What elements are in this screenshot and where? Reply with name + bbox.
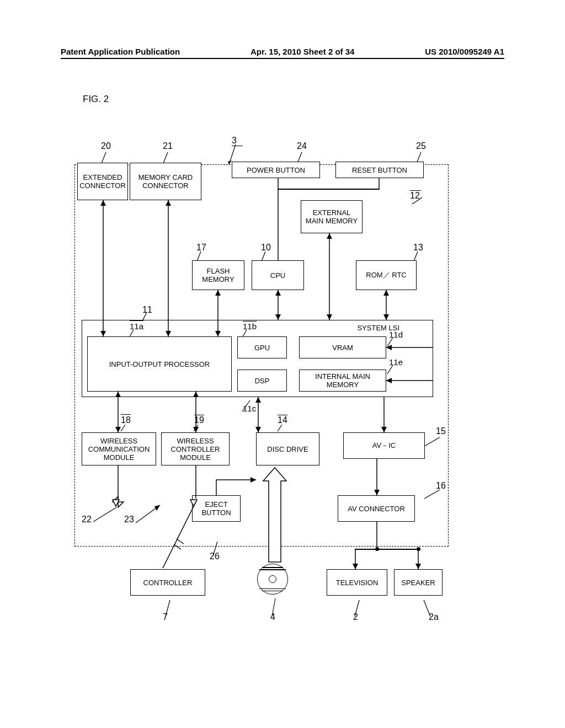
block-wireless-ctrl: WIRELESS CONTROLLER MODULE <box>161 432 230 465</box>
header-rule <box>61 58 504 59</box>
ref-11b: 11b <box>243 322 257 331</box>
svg-marker-39 <box>327 314 332 320</box>
block-wireless-comm: WIRELESS COMMUNICATION MODULE <box>82 432 156 465</box>
ref-11e: 11e <box>389 357 403 367</box>
block-television: TELEVISION <box>327 569 387 596</box>
svg-marker-60 <box>255 397 261 403</box>
header-left: Patent Application Publication <box>61 47 180 56</box>
svg-marker-33 <box>166 200 171 206</box>
svg-marker-57 <box>193 392 199 397</box>
svg-marker-41 <box>215 290 221 296</box>
svg-marker-34 <box>166 331 171 336</box>
ref-20: 20 <box>101 141 111 151</box>
svg-marker-47 <box>383 290 389 296</box>
block-disc-drive: DISC DRIVE <box>256 432 319 465</box>
ref-11d: 11d <box>389 330 403 339</box>
svg-line-27 <box>355 600 359 617</box>
block-reset-button: RESET BUTTON <box>335 162 424 178</box>
disc-icon <box>257 564 288 595</box>
ref-22: 22 <box>82 515 92 524</box>
block-dsp: DSP <box>237 370 287 392</box>
ref-11a: 11a <box>130 322 143 331</box>
svg-marker-50 <box>386 345 392 350</box>
ref-14: 14 <box>278 415 287 425</box>
svg-marker-54 <box>115 392 121 397</box>
block-controller: CONTROLLER <box>130 569 205 596</box>
ref-25: 25 <box>416 141 426 151</box>
block-diagram: 3 20 21 24 25 EXTENDED CONNECTOR MEMORY … <box>72 132 458 629</box>
ref-13: 13 <box>413 243 423 253</box>
svg-marker-42 <box>215 331 221 336</box>
ref-16: 16 <box>436 481 446 491</box>
ref-18: 18 <box>121 415 131 425</box>
svg-marker-63 <box>381 427 387 432</box>
ref-15: 15 <box>436 426 446 436</box>
block-gpu: GPU <box>237 336 287 358</box>
svg-marker-1 <box>228 160 232 164</box>
block-extended-connector: EXTENDED CONNECTOR <box>77 163 128 200</box>
figure-label: FIG. 2 <box>83 94 109 105</box>
svg-marker-52 <box>386 378 392 383</box>
svg-marker-30 <box>100 200 106 206</box>
header-right: US 2010/0095249 A1 <box>425 47 504 56</box>
block-power-button: POWER BUTTON <box>232 162 320 178</box>
svg-marker-58 <box>193 427 199 432</box>
junction-dot <box>375 547 379 551</box>
ref-10: 10 <box>261 243 271 253</box>
block-internal-main-memory: INTERNAL MAIN MEMORY <box>299 370 386 392</box>
svg-line-70 <box>174 544 181 549</box>
ref-21: 21 <box>163 141 173 151</box>
svg-marker-76 <box>374 490 380 495</box>
block-av-ic: AV－IC <box>343 432 425 459</box>
svg-line-2 <box>102 152 106 163</box>
svg-line-25 <box>166 600 170 617</box>
ref-23: 23 <box>124 515 134 524</box>
svg-line-26 <box>272 598 275 616</box>
block-av-connector: AV CONNECTOR <box>338 495 415 522</box>
ref-24: 24 <box>297 141 307 151</box>
svg-marker-55 <box>115 427 121 432</box>
header-center: Apr. 15, 2010 Sheet 2 of 34 <box>250 47 354 56</box>
svg-marker-45 <box>275 314 281 320</box>
block-memory-card-connector: MEMORY CARD CONNECTOR <box>130 163 201 200</box>
block-speaker: SPEAKER <box>394 569 443 596</box>
svg-marker-31 <box>100 331 106 336</box>
svg-marker-74 <box>250 477 256 483</box>
svg-marker-44 <box>275 290 281 296</box>
svg-marker-48 <box>383 314 389 320</box>
block-flash-memory: FLASH MEMORY <box>192 260 244 290</box>
block-vram: VRAM <box>299 336 386 358</box>
svg-marker-38 <box>327 233 332 239</box>
svg-marker-81 <box>415 564 421 569</box>
svg-line-3 <box>163 152 168 163</box>
block-cpu: CPU <box>252 260 304 290</box>
block-rom-rtc: ROM／ RTC <box>356 260 417 290</box>
svg-line-28 <box>424 600 430 617</box>
ref-17: 17 <box>196 243 206 253</box>
svg-line-71 <box>177 539 184 544</box>
svg-marker-79 <box>353 564 358 569</box>
junction-dot <box>417 547 420 551</box>
block-external-main-memory: EXTERNAL MAIN MEMORY <box>301 200 363 233</box>
svg-line-69 <box>163 502 196 568</box>
svg-marker-61 <box>255 427 261 432</box>
block-io-processor: INPUT-OUTPUT PROCESSOR <box>87 336 232 392</box>
